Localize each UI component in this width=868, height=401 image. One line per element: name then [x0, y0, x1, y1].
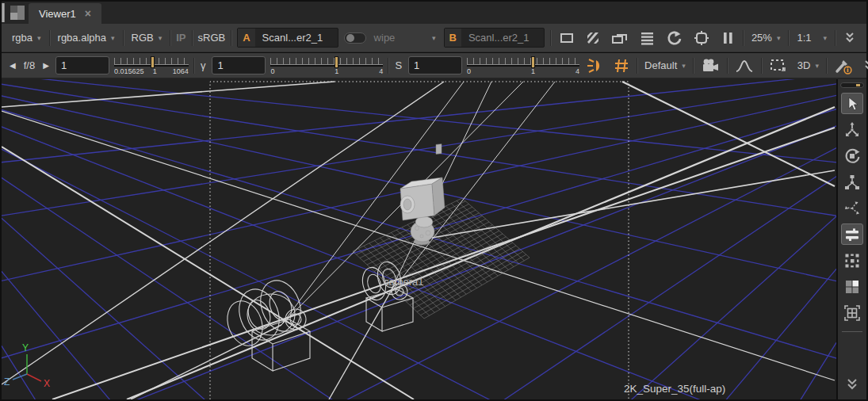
- zoom-dropdown[interactable]: 25% ▾: [749, 30, 783, 45]
- chevron-double-down-icon[interactable]: [860, 57, 868, 74]
- tick-label: 0.015625: [114, 67, 144, 75]
- input-a-badge: A: [238, 29, 254, 47]
- chevron-double-down-icon[interactable]: [841, 29, 858, 47]
- rotate-icon: [843, 147, 861, 165]
- saturation-label: S: [393, 59, 403, 71]
- alpha-dropdown-value: rgba.alpha: [58, 32, 106, 44]
- layer-dropdown-value: rgba: [12, 32, 33, 44]
- 3d-viewport[interactable]: camera1 2K_Super_35(full-ap) Y X Z: [2, 79, 836, 399]
- hash-grid-icon[interactable]: [611, 56, 632, 75]
- viewer-mode-value: Default: [644, 59, 677, 71]
- separator: [743, 30, 744, 46]
- wipe-dropdown[interactable]: wipe ▾: [372, 30, 438, 45]
- render-camera-icon[interactable]: [698, 56, 722, 75]
- gamma-slider[interactable]: 0 1 4: [270, 54, 383, 78]
- gamma-label: γ: [199, 59, 208, 71]
- input-process-button[interactable]: IP: [176, 32, 185, 44]
- wipe-toggle[interactable]: [344, 32, 366, 44]
- chevron-down-icon: ▾: [682, 62, 686, 70]
- exposure-toolbar: ◀ f/8 ▶ 0.015625 1 1064 γ 0 1 4: [2, 53, 866, 79]
- pixel-aspect-dropdown[interactable]: 1:1 ▾: [794, 30, 829, 45]
- wipe-dropdown-value: wipe: [374, 32, 396, 44]
- region-of-interest-icon[interactable]: [767, 56, 790, 75]
- multi-slider-tool-button[interactable]: [841, 223, 863, 245]
- headlamp-3d-lighting-icon[interactable]: [584, 56, 606, 75]
- nuke-viewer-panel: Viewer1 × rgba ▾ rgba.alpha ▾ RGB ▾ IP s…: [0, 0, 868, 401]
- pane-grip[interactable]: [2, 3, 5, 22]
- separator: [388, 58, 388, 74]
- chevron-down-icon: ▾: [111, 34, 115, 42]
- tick-label: 1: [335, 67, 338, 75]
- tab-bar: Viewer1 ×: [2, 2, 866, 24]
- separator: [170, 30, 170, 46]
- input-b-selector[interactable]: B Scanl...er2_1: [444, 28, 545, 48]
- scrollbar-nub: [856, 84, 860, 86]
- separator: [788, 30, 789, 46]
- input-a-selector[interactable]: A Scanl...er2_1: [237, 28, 338, 48]
- quad-view-icon: [843, 278, 861, 296]
- chevron-double-down-icon[interactable]: [841, 373, 863, 395]
- scale-tool-button[interactable]: [841, 171, 863, 193]
- chevron-down-icon: ▾: [159, 34, 163, 42]
- multi-view-layout-button[interactable]: [841, 250, 863, 271]
- saturation-slider-handle[interactable]: [531, 56, 535, 68]
- cursor-icon: [844, 96, 860, 112]
- separator: [727, 58, 728, 74]
- pane-menu-icon[interactable]: [10, 5, 25, 21]
- fstop-prev-button[interactable]: ◀: [8, 61, 17, 70]
- frame-view-button[interactable]: [841, 302, 863, 323]
- rotate-tool-button[interactable]: [841, 145, 863, 166]
- full-frame-icon[interactable]: [556, 29, 577, 48]
- translate-tool-button[interactable]: [841, 119, 863, 140]
- tick-label: 4: [575, 67, 579, 75]
- gamma-input[interactable]: [212, 56, 266, 74]
- camera-name-label: camera1: [384, 276, 424, 288]
- fstop-label: f/8: [22, 59, 36, 71]
- frame-brackets-icon: [843, 304, 862, 323]
- saturation-input[interactable]: [408, 56, 462, 74]
- alpha-dropdown[interactable]: rgba.alpha ▾: [55, 30, 117, 45]
- update-target-icon[interactable]: [690, 29, 713, 48]
- proxy-stripes-icon[interactable]: [583, 29, 603, 48]
- close-icon[interactable]: ×: [85, 8, 91, 19]
- layer-dropdown[interactable]: rgba ▾: [10, 30, 44, 45]
- format-label: 2K_Super_35(full-ap): [624, 383, 725, 395]
- pause-icon[interactable]: [718, 29, 737, 48]
- saturation-slider[interactable]: 0 1 4: [467, 54, 579, 78]
- overlay-frames-icon[interactable]: [609, 29, 631, 48]
- axis-y-label: Y: [22, 342, 29, 353]
- chevron-down-icon: ▾: [37, 34, 41, 42]
- gain-slider-handle[interactable]: [151, 56, 155, 68]
- viewport-side-toolbar: [838, 79, 866, 399]
- view-selection-dropdown[interactable]: 3D ▾: [795, 58, 821, 73]
- gamma-slider-handle[interactable]: [335, 56, 338, 68]
- input-b-badge: B: [445, 29, 461, 47]
- refresh-icon[interactable]: [663, 29, 685, 48]
- gain-input[interactable]: [55, 56, 109, 74]
- side-toolbar-scrollbar[interactable]: [840, 82, 864, 88]
- quad-view-button[interactable]: [841, 276, 863, 297]
- tick-label: 0: [270, 67, 274, 75]
- slider-track: [467, 64, 579, 67]
- fstop-next-button[interactable]: ▶: [41, 61, 51, 70]
- zoom-dropdown-value: 25%: [751, 32, 772, 44]
- scanline-mode-icon[interactable]: [637, 29, 657, 48]
- input-b-value: Scanl...er2_1: [461, 32, 544, 44]
- viewer-toolbar: rgba ▾ rgba.alpha ▾ RGB ▾ IP sRGB A Scan…: [2, 24, 866, 52]
- select-tool-button[interactable]: [841, 93, 863, 114]
- colorspace-button[interactable]: sRGB: [198, 32, 226, 44]
- axis-x-label: X: [44, 378, 50, 389]
- sliders-icon: [843, 226, 861, 243]
- channel-display-dropdown[interactable]: RGB ▾: [129, 30, 165, 45]
- eyedropper-info-icon[interactable]: [832, 55, 855, 76]
- layout-grid-icon: [843, 252, 861, 269]
- gain-slider[interactable]: 0.015625 1 1064: [114, 54, 189, 78]
- tick-label: 1: [531, 67, 535, 75]
- gaussian-curve-icon[interactable]: [732, 56, 756, 75]
- skew-tool-button[interactable]: [841, 197, 863, 219]
- viewer-mode-dropdown[interactable]: Default ▾: [642, 58, 688, 73]
- slider-ticks: [467, 58, 579, 64]
- tab-title: Viewer1: [39, 8, 76, 20]
- skew-icon: [843, 200, 861, 217]
- tab-viewer1[interactable]: Viewer1 ×: [29, 3, 101, 24]
